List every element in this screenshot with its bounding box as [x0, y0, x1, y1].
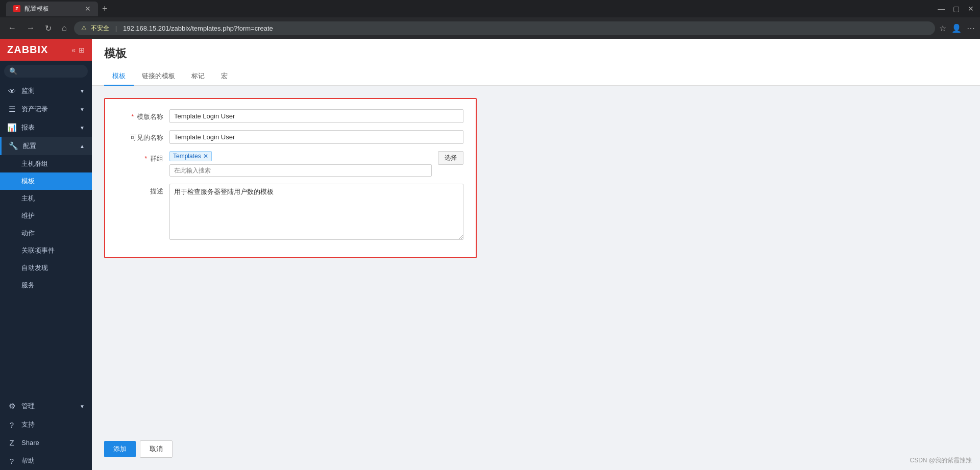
sidebar-item-assets-label: 资产记录 — [21, 105, 48, 114]
sidebar-logo: ZABBIX « ⊞ — [0, 39, 92, 61]
forward-button[interactable]: → — [23, 21, 38, 35]
maximize-button[interactable]: ▢ — [953, 5, 960, 13]
url-text[interactable]: 192.168.15.201/zabbix/templates.php?form… — [123, 24, 273, 32]
sidebar-item-help-label: 帮助 — [21, 456, 35, 465]
sidebar-item-monitor[interactable]: 👁 监测 ▼ — [0, 82, 92, 100]
tag-remove-button[interactable]: ✕ — [203, 153, 208, 160]
sidebar-item-admin[interactable]: ⚙ 管理 ▼ — [0, 397, 92, 415]
sidebar-item-support-label: 支持 — [21, 420, 35, 429]
groups-required-star: * — [144, 155, 147, 162]
sidebar-sub-host-group[interactable]: 主机群组 — [0, 155, 92, 172]
template-name-label: * 模版名称 — [117, 109, 163, 121]
reports-arrow: ▼ — [80, 125, 85, 131]
required-star: * — [131, 113, 134, 120]
visible-name-input[interactable] — [169, 130, 463, 144]
browser-tab[interactable]: Z 配置模板 ✕ — [6, 2, 98, 16]
reports-icon: 📊 — [7, 123, 16, 132]
tab-bar: 模板 链接的模板 标记 宏 — [104, 67, 968, 85]
sidebar: ZABBIX « ⊞ 🔍 👁 监测 ▼ ☰ 资产记录 ▼ 📊 报表 ▼ 🔧 — [0, 39, 92, 470]
toolbar-actions: ☆ 👤 ⋯ — [939, 23, 975, 33]
reload-button[interactable]: ↻ — [42, 21, 55, 35]
collapse-icon[interactable]: « — [71, 46, 76, 54]
security-label: 不安全 — [91, 24, 109, 33]
footer-credit: CSDN @我的紫霞辣辣 — [910, 456, 972, 465]
home-button[interactable]: ⌂ — [59, 21, 70, 35]
window-controls: — ▢ ✕ — [938, 5, 974, 13]
share-icon: Z — [7, 438, 16, 447]
templates-tag: Templates ✕ — [169, 151, 212, 161]
separator: | — [115, 24, 117, 32]
tab-linked-templates[interactable]: 链接的模板 — [134, 67, 183, 86]
tab-template[interactable]: 模板 — [104, 67, 134, 86]
tab-macros[interactable]: 宏 — [213, 67, 236, 86]
sidebar-item-monitor-label: 监测 — [21, 86, 35, 95]
sidebar-sub-maintenance[interactable]: 维护 — [0, 207, 92, 225]
sidebar-sub-correlation[interactable]: 关联项事件 — [0, 242, 92, 259]
page-title: 模板 — [104, 46, 968, 61]
bookmark-star-icon[interactable]: ☆ — [939, 23, 946, 33]
tab-favicon: Z — [13, 5, 20, 12]
sidebar-item-reports-label: 报表 — [21, 123, 35, 132]
browser-toolbar: ← → ↻ ⌂ ⚠ 不安全 | 192.168.15.201/zabbix/te… — [0, 17, 980, 39]
groups-search-input[interactable] — [169, 164, 432, 177]
assets-icon: ☰ — [7, 105, 16, 114]
sidebar-item-support[interactable]: ? 支持 — [0, 415, 92, 434]
sidebar-sub-templates[interactable]: 模板 — [0, 172, 92, 190]
sidebar-sub-actions[interactable]: 动作 — [0, 225, 92, 242]
sidebar-sub-services[interactable]: 服务 — [0, 277, 92, 294]
back-button[interactable]: ← — [5, 21, 19, 35]
profile-icon[interactable]: 👤 — [951, 23, 962, 33]
groups-tags-row: Templates ✕ — [169, 151, 432, 161]
help-icon: ? — [7, 457, 16, 465]
search-icon: 🔍 — [9, 67, 17, 75]
sidebar-item-reports[interactable]: 📊 报表 ▼ — [0, 118, 92, 137]
description-textarea[interactable]: 用于检查服务器登陆用户数的模板 — [169, 184, 463, 240]
sidebar-sub-hosts[interactable]: 主机 — [0, 190, 92, 207]
logo-controls: « ⊞ — [71, 46, 85, 54]
browser-titlebar: Z 配置模板 ✕ + — ▢ ✕ — [0, 0, 980, 17]
security-icon: ⚠ — [81, 24, 87, 32]
tab-tags[interactable]: 标记 — [183, 67, 213, 86]
form-card: * 模版名称 可见的名称 * 群组 — [104, 98, 477, 258]
groups-field-wrapper: Templates ✕ — [169, 151, 432, 177]
sidebar-sub-discovery[interactable]: 自动发现 — [0, 259, 92, 277]
close-window-button[interactable]: ✕ — [968, 5, 974, 13]
app-wrapper: ZABBIX « ⊞ 🔍 👁 监测 ▼ ☰ 资产记录 ▼ 📊 报表 ▼ 🔧 — [0, 39, 980, 470]
tag-label: Templates — [173, 153, 201, 160]
select-group-button[interactable]: 选择 — [438, 151, 463, 165]
admin-icon: ⚙ — [7, 402, 16, 411]
page-header: 模板 模板 链接的模板 标记 宏 — [92, 39, 980, 86]
new-tab-button[interactable]: + — [102, 4, 108, 14]
visible-name-label: 可见的名称 — [117, 130, 163, 142]
sidebar-item-help[interactable]: ? 帮助 — [0, 452, 92, 470]
config-arrow: ▲ — [80, 143, 85, 149]
sidebar-item-admin-label: 管理 — [21, 402, 35, 411]
action-row: 添加 取消 — [92, 440, 980, 470]
monitor-icon: 👁 — [7, 87, 16, 95]
tab-title: 配置模板 — [24, 5, 49, 13]
description-row: 描述 用于检查服务器登陆用户数的模板 — [117, 184, 463, 240]
description-label: 描述 — [117, 184, 163, 196]
template-name-input[interactable] — [169, 109, 463, 123]
config-icon: 🔧 — [9, 141, 18, 151]
sidebar-item-assets[interactable]: ☰ 资产记录 ▼ — [0, 100, 92, 118]
cancel-button[interactable]: 取消 — [140, 440, 173, 458]
sidebar-item-share[interactable]: Z Share — [0, 434, 92, 452]
monitor-arrow: ▼ — [80, 88, 85, 94]
sidebar-item-config[interactable]: 🔧 配置 ▲ — [0, 137, 92, 155]
menu-icon[interactable]: ⋯ — [967, 23, 975, 33]
search-input[interactable] — [20, 68, 83, 75]
layout-icon[interactable]: ⊞ — [79, 46, 85, 54]
minimize-button[interactable]: — — [938, 5, 945, 13]
add-button[interactable]: 添加 — [104, 441, 136, 457]
admin-arrow: ▼ — [80, 404, 85, 409]
address-bar[interactable]: ⚠ 不安全 | 192.168.15.201/zabbix/templates.… — [74, 21, 935, 35]
support-icon: ? — [7, 420, 16, 429]
assets-arrow: ▼ — [80, 107, 85, 112]
sidebar-search[interactable]: 🔍 — [4, 65, 88, 78]
close-tab-button[interactable]: ✕ — [85, 5, 91, 13]
template-name-row: * 模版名称 — [117, 109, 463, 123]
sidebar-item-config-label: 配置 — [23, 141, 36, 151]
groups-label: * 群组 — [117, 151, 163, 163]
logo-text: ZABBIX — [7, 44, 48, 56]
